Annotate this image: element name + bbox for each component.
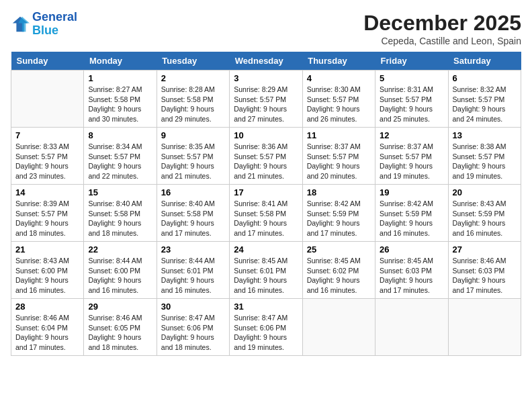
calendar-table: SundayMondayTuesdayWednesdayThursdayFrid…: [11, 52, 521, 356]
day-number: 12: [380, 130, 443, 140]
day-number: 3: [234, 73, 298, 83]
day-cell: 15Sunrise: 8:40 AM Sunset: 5:58 PM Dayli…: [84, 185, 157, 242]
day-number: 2: [161, 73, 225, 83]
header-cell-monday: Monday: [84, 52, 157, 71]
day-cell: 22Sunrise: 8:44 AM Sunset: 6:00 PM Dayli…: [84, 242, 157, 299]
day-cell: 27Sunrise: 8:46 AM Sunset: 6:03 PM Dayli…: [448, 242, 521, 299]
day-cell: 6Sunrise: 8:32 AM Sunset: 5:57 PM Daylig…: [448, 71, 521, 128]
day-info: Sunrise: 8:43 AM Sunset: 5:59 PM Dayligh…: [453, 199, 517, 238]
day-cell: 11Sunrise: 8:37 AM Sunset: 5:57 PM Dayli…: [302, 128, 375, 185]
day-cell: 5Sunrise: 8:31 AM Sunset: 5:57 PM Daylig…: [375, 71, 448, 128]
day-info: Sunrise: 8:47 AM Sunset: 6:06 PM Dayligh…: [161, 313, 225, 353]
day-info: Sunrise: 8:43 AM Sunset: 6:00 PM Dayligh…: [15, 256, 79, 295]
day-number: 25: [307, 244, 371, 255]
header-cell-tuesday: Tuesday: [157, 52, 229, 71]
day-cell: 25Sunrise: 8:45 AM Sunset: 6:02 PM Dayli…: [302, 242, 375, 299]
day-number: 16: [161, 187, 225, 197]
day-number: 15: [88, 187, 152, 197]
day-number: 31: [234, 302, 298, 312]
month-title: December 2025: [363, 11, 521, 36]
day-cell: 31Sunrise: 8:47 AM Sunset: 6:06 PM Dayli…: [230, 299, 302, 356]
day-cell: 21Sunrise: 8:43 AM Sunset: 6:00 PM Dayli…: [11, 242, 84, 299]
day-info: Sunrise: 8:45 AM Sunset: 6:03 PM Dayligh…: [380, 256, 443, 295]
day-cell: [11, 71, 84, 128]
header-cell-saturday: Saturday: [448, 52, 521, 71]
day-info: Sunrise: 8:31 AM Sunset: 5:57 PM Dayligh…: [380, 85, 443, 124]
day-info: Sunrise: 8:46 AM Sunset: 6:05 PM Dayligh…: [88, 313, 152, 353]
day-info: Sunrise: 8:47 AM Sunset: 6:06 PM Dayligh…: [234, 313, 298, 353]
day-info: Sunrise: 8:41 AM Sunset: 5:58 PM Dayligh…: [234, 199, 298, 238]
day-info: Sunrise: 8:40 AM Sunset: 5:58 PM Dayligh…: [88, 199, 152, 238]
day-info: Sunrise: 8:37 AM Sunset: 5:57 PM Dayligh…: [380, 142, 443, 181]
day-cell: 16Sunrise: 8:40 AM Sunset: 5:58 PM Dayli…: [157, 185, 229, 242]
day-info: Sunrise: 8:46 AM Sunset: 6:04 PM Dayligh…: [15, 313, 79, 353]
day-number: 13: [453, 130, 517, 140]
day-cell: 19Sunrise: 8:42 AM Sunset: 5:59 PM Dayli…: [375, 185, 448, 242]
page-header: General Blue December 2025 Cepeda, Casti…: [11, 11, 521, 46]
day-info: Sunrise: 8:27 AM Sunset: 5:58 PM Dayligh…: [88, 85, 152, 124]
day-info: Sunrise: 8:35 AM Sunset: 5:57 PM Dayligh…: [161, 142, 225, 181]
day-cell: 10Sunrise: 8:36 AM Sunset: 5:57 PM Dayli…: [230, 128, 302, 185]
day-info: Sunrise: 8:36 AM Sunset: 5:57 PM Dayligh…: [234, 142, 298, 181]
day-number: 11: [307, 130, 371, 140]
day-number: 10: [234, 130, 298, 140]
day-cell: 2Sunrise: 8:28 AM Sunset: 5:58 PM Daylig…: [157, 71, 229, 128]
day-number: 14: [15, 187, 79, 197]
day-cell: 4Sunrise: 8:30 AM Sunset: 5:57 PM Daylig…: [302, 71, 375, 128]
day-number: 8: [88, 130, 152, 140]
header-cell-wednesday: Wednesday: [230, 52, 302, 71]
day-cell: 23Sunrise: 8:44 AM Sunset: 6:01 PM Dayli…: [157, 242, 229, 299]
day-info: Sunrise: 8:44 AM Sunset: 6:00 PM Dayligh…: [88, 256, 152, 295]
calendar-header: SundayMondayTuesdayWednesdayThursdayFrid…: [11, 52, 521, 71]
day-cell: 20Sunrise: 8:43 AM Sunset: 5:59 PM Dayli…: [448, 185, 521, 242]
day-cell: 26Sunrise: 8:45 AM Sunset: 6:03 PM Dayli…: [375, 242, 448, 299]
logo-line1: General: [32, 10, 77, 24]
day-info: Sunrise: 8:30 AM Sunset: 5:57 PM Dayligh…: [307, 85, 371, 124]
day-info: Sunrise: 8:32 AM Sunset: 5:57 PM Dayligh…: [453, 85, 517, 124]
day-number: 29: [88, 302, 152, 312]
logo: General Blue: [11, 11, 77, 38]
day-cell: 1Sunrise: 8:27 AM Sunset: 5:58 PM Daylig…: [84, 71, 157, 128]
day-info: Sunrise: 8:44 AM Sunset: 6:01 PM Dayligh…: [161, 256, 225, 295]
day-number: 4: [307, 73, 371, 83]
calendar-body: 1Sunrise: 8:27 AM Sunset: 5:58 PM Daylig…: [11, 71, 521, 356]
day-number: 17: [234, 187, 298, 197]
day-number: 9: [161, 130, 225, 140]
day-cell: [375, 299, 448, 356]
day-number: 22: [88, 244, 152, 255]
header-cell-sunday: Sunday: [11, 52, 84, 71]
day-number: 27: [453, 244, 517, 255]
day-number: 26: [380, 244, 443, 255]
day-number: 23: [161, 244, 225, 255]
day-number: 19: [380, 187, 443, 197]
day-info: Sunrise: 8:33 AM Sunset: 5:57 PM Dayligh…: [15, 142, 79, 181]
header-cell-thursday: Thursday: [302, 52, 375, 71]
day-cell: 9Sunrise: 8:35 AM Sunset: 5:57 PM Daylig…: [157, 128, 229, 185]
week-row-1: 1Sunrise: 8:27 AM Sunset: 5:58 PM Daylig…: [11, 71, 521, 128]
day-cell: 3Sunrise: 8:29 AM Sunset: 5:57 PM Daylig…: [230, 71, 302, 128]
day-number: 7: [15, 130, 79, 140]
day-info: Sunrise: 8:46 AM Sunset: 6:03 PM Dayligh…: [453, 256, 517, 295]
day-number: 20: [453, 187, 517, 197]
day-info: Sunrise: 8:42 AM Sunset: 5:59 PM Dayligh…: [380, 199, 443, 238]
day-cell: 14Sunrise: 8:39 AM Sunset: 5:57 PM Dayli…: [11, 185, 84, 242]
day-cell: 7Sunrise: 8:33 AM Sunset: 5:57 PM Daylig…: [11, 128, 84, 185]
day-info: Sunrise: 8:38 AM Sunset: 5:57 PM Dayligh…: [453, 142, 517, 181]
day-cell: 8Sunrise: 8:34 AM Sunset: 5:57 PM Daylig…: [84, 128, 157, 185]
day-number: 28: [15, 302, 79, 312]
day-info: Sunrise: 8:37 AM Sunset: 5:57 PM Dayligh…: [307, 142, 371, 181]
day-number: 21: [15, 244, 79, 255]
day-info: Sunrise: 8:40 AM Sunset: 5:58 PM Dayligh…: [161, 199, 225, 238]
day-info: Sunrise: 8:34 AM Sunset: 5:57 PM Dayligh…: [88, 142, 152, 181]
day-cell: [302, 299, 375, 356]
day-cell: 24Sunrise: 8:45 AM Sunset: 6:01 PM Dayli…: [230, 242, 302, 299]
day-cell: [448, 299, 521, 356]
day-info: Sunrise: 8:28 AM Sunset: 5:58 PM Dayligh…: [161, 85, 225, 124]
day-cell: 28Sunrise: 8:46 AM Sunset: 6:04 PM Dayli…: [11, 299, 84, 356]
day-cell: 29Sunrise: 8:46 AM Sunset: 6:05 PM Dayli…: [84, 299, 157, 356]
logo-line2: Blue: [32, 24, 58, 37]
week-row-4: 21Sunrise: 8:43 AM Sunset: 6:00 PM Dayli…: [11, 242, 521, 299]
day-info: Sunrise: 8:45 AM Sunset: 6:02 PM Dayligh…: [307, 256, 371, 295]
logo-icon: [11, 15, 30, 34]
day-number: 18: [307, 187, 371, 197]
